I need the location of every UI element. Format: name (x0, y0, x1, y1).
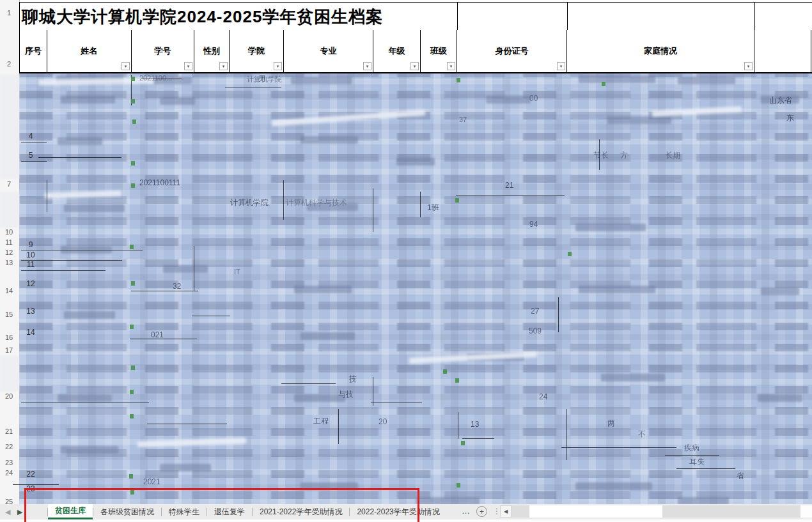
gutter-row-number[interactable]: 21 (0, 427, 18, 436)
gutter-row-number[interactable]: 16 (0, 333, 18, 342)
gridline-fragment-v (373, 377, 373, 406)
filter-button[interactable]: ▼ (363, 62, 371, 70)
serial-number-cell[interactable]: 22 (22, 470, 40, 479)
gridline-fragment-h (225, 88, 281, 88)
serial-number-cell[interactable]: 4 (22, 132, 40, 141)
hscroll-right-cap (800, 505, 812, 518)
header-cell: 序号 (19, 30, 47, 72)
gridline-fragment-v (283, 180, 284, 220)
green-error-indicator (455, 198, 459, 203)
gridline-fragment-h (281, 383, 336, 384)
sheet-tab[interactable]: 特殊学生 (162, 504, 207, 519)
gutter-row-number[interactable]: 7 (0, 180, 18, 188)
tab-nav-right-icon[interactable]: ▶ (17, 507, 22, 516)
gridline-fragment-v (420, 192, 421, 217)
data-fragment: 技 (349, 374, 357, 383)
filter-button[interactable]: ▼ (184, 62, 192, 70)
data-fragment: 37 (459, 115, 467, 124)
gutter-row-number[interactable]: 20 (0, 392, 18, 401)
gutter-row-number[interactable]: 14 (0, 286, 18, 295)
add-sheet-button[interactable]: + (476, 506, 487, 517)
redacted-text-smudge (575, 482, 652, 490)
serial-number-cell[interactable]: 13 (22, 307, 40, 316)
redacted-text-smudge (160, 97, 195, 105)
redacted-text-smudge (575, 224, 646, 231)
hscroll-thumb[interactable] (529, 505, 662, 518)
green-error-indicator (443, 369, 447, 374)
sheet-tab[interactable]: 退伍复学 (207, 504, 252, 519)
column-header-label: 姓名 (81, 45, 98, 57)
header-cell: 班级 ▼ (420, 30, 457, 72)
blurred-data-region[interactable] (19, 73, 812, 505)
sheet-tab[interactable]: 各班级贫困情况 (93, 504, 161, 519)
gutter-row-number[interactable]: 10 (0, 227, 18, 236)
gutter-row-number[interactable]: 17 (0, 346, 18, 355)
data-fragment: 94 (529, 220, 538, 229)
data-fragment: 00 (529, 94, 538, 103)
gridline-fragment-v (458, 412, 458, 439)
gutter-row-number[interactable]: 23 (0, 458, 18, 467)
serial-number-cell[interactable]: 11 (22, 260, 40, 269)
data-fragment: 2021100111 (139, 178, 180, 187)
data-fragment: 24 (539, 392, 547, 401)
gridline-fragment-h (192, 316, 230, 316)
more-sheets-button[interactable]: … (462, 506, 470, 516)
filter-button[interactable]: ▼ (121, 62, 130, 70)
serial-number-cell[interactable]: 9 (22, 240, 40, 249)
data-fragment: 疾病 (684, 443, 699, 452)
filter-button[interactable]: ▼ (557, 62, 565, 70)
serial-number-cell[interactable]: 5 (22, 151, 40, 160)
redacted-text-smudge (607, 116, 671, 124)
title-gridline (457, 3, 458, 31)
filter-dropdown-icon: ▼ (366, 65, 370, 68)
sheet-tab[interactable]: 2022-2023学年受助情况 (350, 504, 446, 519)
gridline-fragment-h (462, 438, 494, 439)
gutter-row-number[interactable]: 11 (0, 238, 18, 247)
header-cell: 学院 ▼ (229, 30, 283, 72)
serial-number-cell[interactable]: 10 (22, 250, 40, 259)
gridline-fragment-h (131, 291, 198, 291)
filter-dropdown-icon: ▼ (449, 65, 453, 68)
filter-button[interactable]: ▼ (744, 62, 753, 70)
gutter-row-number[interactable]: 1 (0, 8, 18, 17)
data-fragment: 021 (151, 330, 164, 339)
redacted-text-smudge (579, 75, 655, 83)
data-fragment: 方 (620, 151, 628, 160)
gutter-row-number[interactable]: 22 (0, 442, 18, 451)
gutter-row-number[interactable]: 12 (0, 248, 18, 257)
tab-nav-left-icon[interactable]: ◀ (5, 507, 10, 516)
gutter-row-number[interactable]: 13 (0, 258, 18, 267)
redacted-text-smudge (61, 96, 115, 104)
data-fragment: 两 (607, 418, 615, 427)
gridline-fragment-h (21, 142, 47, 142)
serial-number-cell[interactable]: 12 (22, 279, 40, 288)
filter-button[interactable]: ▼ (219, 62, 228, 70)
hscroll-track[interactable] (511, 505, 812, 518)
gutter-row-number[interactable]: 24 (0, 468, 18, 477)
filter-dropdown-icon: ▼ (124, 65, 128, 68)
filter-button[interactable]: ▼ (410, 62, 419, 70)
sheet-tab[interactable]: 贫困生库 (48, 504, 93, 519)
green-error-indicator (131, 77, 135, 81)
filter-button[interactable]: ▼ (274, 62, 282, 70)
blurred-text-runs (19, 73, 812, 505)
data-fragment: 计算机科学与技术 (286, 198, 347, 207)
serial-number-cell[interactable]: 14 (22, 328, 40, 337)
serial-number-cell[interactable]: 23 (22, 484, 40, 493)
sheet-tab[interactable]: 2021-2022学年受助情况 (253, 504, 349, 519)
green-error-indicator (130, 414, 134, 418)
green-error-indicator (130, 245, 134, 249)
filter-dropdown-icon: ▼ (187, 65, 191, 68)
column-header-label: 专业 (320, 45, 337, 57)
green-error-indicator (130, 390, 134, 394)
redacted-text-smudge (294, 394, 345, 402)
header-cell: 专业 ▼ (283, 30, 373, 72)
filter-button[interactable]: ▼ (447, 62, 455, 70)
green-error-indicator (131, 183, 135, 188)
gutter-blur-block (0, 75, 19, 179)
gutter-row-number[interactable]: 2 (0, 59, 18, 68)
hscroll-left-button[interactable]: ◀ (500, 505, 511, 518)
gutter-row-number[interactable]: 15 (0, 310, 18, 319)
redacted-text-smudge (301, 482, 358, 490)
data-fragment: 32 (173, 282, 181, 291)
